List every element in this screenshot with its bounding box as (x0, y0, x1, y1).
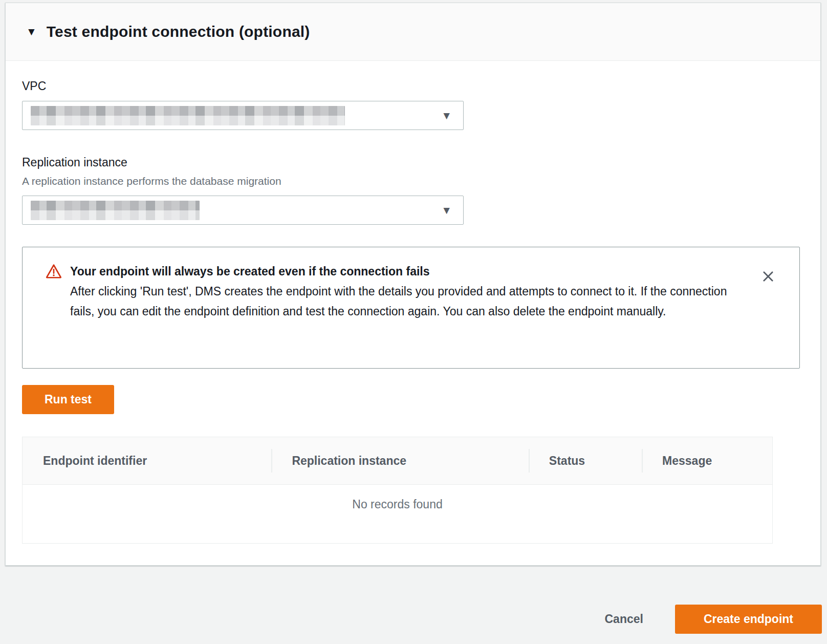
close-icon[interactable] (760, 269, 776, 284)
test-endpoint-connection-panel: ▼ Test endpoint connection (optional) VP… (5, 3, 821, 566)
vpc-field: VPC ▼ (22, 79, 800, 130)
panel-header[interactable]: ▼ Test endpoint connection (optional) (6, 3, 820, 61)
table-header-row: Endpoint identifier Replication instance… (23, 437, 772, 485)
warning-content: Your endpoint will always be created eve… (70, 262, 733, 345)
cancel-button[interactable]: Cancel (604, 612, 643, 626)
warning-body: After clicking 'Run test', DMS creates t… (70, 282, 733, 321)
warning-alert: Your endpoint will always be created eve… (22, 247, 800, 369)
column-header-status[interactable]: Status (529, 437, 642, 484)
column-header-endpoint-identifier[interactable]: Endpoint identifier (23, 437, 271, 484)
caret-down-icon: ▼ (441, 110, 452, 122)
warning-triangle-icon (46, 262, 62, 345)
column-header-message[interactable]: Message (642, 437, 772, 484)
replication-instance-field: Replication instance A replication insta… (22, 156, 800, 225)
caret-down-icon: ▼ (441, 204, 452, 217)
redacted-vpc-value (31, 106, 345, 125)
vpc-label: VPC (22, 79, 800, 93)
form-footer: Cancel Create endpoint (0, 566, 827, 634)
create-endpoint-button[interactable]: Create endpoint (675, 605, 822, 634)
triangle-down-icon: ▼ (26, 23, 37, 41)
redacted-replication-instance-value (31, 201, 200, 220)
column-header-replication-instance[interactable]: Replication instance (271, 437, 528, 484)
run-test-button[interactable]: Run test (22, 385, 114, 414)
replication-instance-select[interactable]: ▼ (22, 196, 464, 225)
empty-state-message: No records found (23, 485, 772, 543)
panel-body: VPC ▼ Replication instance A replication… (6, 61, 820, 565)
warning-title: Your endpoint will always be created eve… (70, 262, 733, 282)
vpc-select[interactable]: ▼ (22, 101, 464, 130)
replication-instance-description: A replication instance performs the data… (22, 175, 800, 187)
replication-instance-label: Replication instance (22, 156, 800, 169)
panel-title: Test endpoint connection (optional) (47, 23, 310, 41)
connection-results-table: Endpoint identifier Replication instance… (22, 437, 773, 544)
